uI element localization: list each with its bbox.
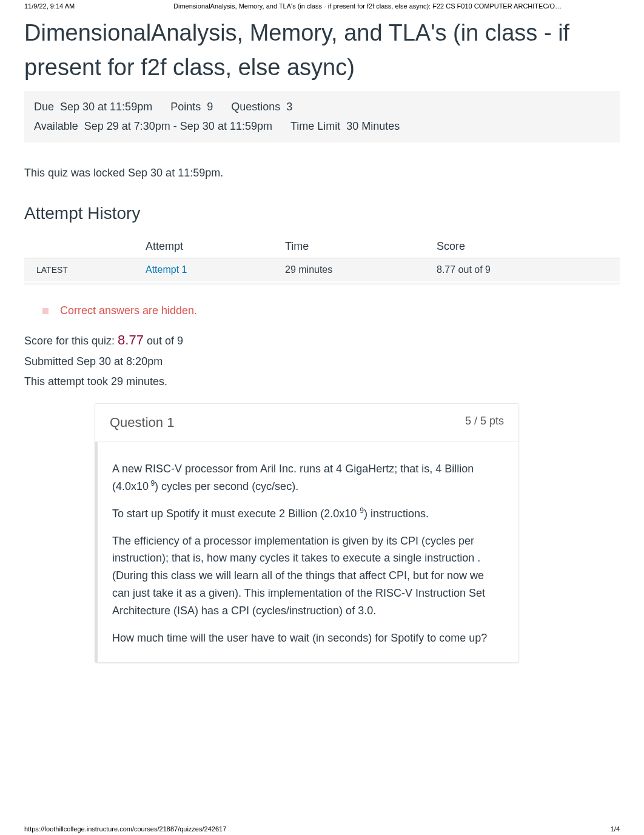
question-points: 5 / 5 pts bbox=[465, 415, 504, 431]
col-time: Time bbox=[273, 235, 424, 258]
score-suffix: out of 9 bbox=[147, 335, 183, 347]
col-score: Score bbox=[424, 235, 620, 258]
q1-p1: A new RISC-V processor from Aril Inc. ru… bbox=[112, 460, 504, 495]
row-tag: LATEST bbox=[24, 258, 133, 281]
q1-p4: How much time will the user have to wait… bbox=[112, 629, 504, 647]
print-footer: https://foothillcollege.instructure.com/… bbox=[24, 825, 620, 833]
print-doc-title: DimensionalAnalysis, Memory, and TLA's (… bbox=[115, 2, 620, 10]
col-attempt: Attempt bbox=[133, 235, 273, 258]
question-header: Question 1 5 / 5 pts bbox=[95, 404, 518, 442]
q1-p1b: ) cycles per second (cyc/sec). bbox=[155, 480, 298, 492]
footer-page: 1/4 bbox=[611, 825, 620, 833]
available-label: Available bbox=[34, 116, 78, 136]
row-time: 29 minutes bbox=[273, 258, 424, 281]
quiz-score-meta: Score for this quiz: 8.77 out of 9 Submi… bbox=[24, 328, 620, 391]
question-card: Question 1 5 / 5 pts A new RISC-V proces… bbox=[95, 403, 519, 663]
print-header: 11/9/22, 9:14 AM DimensionalAnalysis, Me… bbox=[0, 0, 644, 10]
timelimit-label: Time Limit bbox=[290, 116, 340, 136]
q1-p2a: To start up Spotify it must execute 2 Bi… bbox=[112, 508, 360, 520]
footer-url: https://foothillcollege.instructure.com/… bbox=[24, 825, 226, 833]
q1-p2sup: 9 bbox=[360, 506, 364, 515]
attempt-history-title: Attempt History bbox=[24, 204, 620, 223]
print-timestamp: 11/9/22, 9:14 AM bbox=[24, 2, 115, 10]
locked-message: This quiz was locked Sep 30 at 11:59pm. bbox=[24, 167, 620, 179]
question-title: Question 1 bbox=[110, 415, 174, 431]
score-prefix: Score for this quiz: bbox=[24, 335, 118, 347]
correct-hidden-text: Correct answers are hidden. bbox=[60, 304, 197, 317]
q1-p1sup: 9 bbox=[149, 479, 155, 488]
duration-line: This attempt took 29 minutes. bbox=[24, 372, 620, 391]
due-label: Due bbox=[34, 97, 54, 116]
separator bbox=[24, 283, 620, 286]
available-pair: Available Sep 29 at 7:30pm - Sep 30 at 1… bbox=[34, 116, 272, 136]
points-pair: Points 9 bbox=[170, 97, 213, 116]
col-blank bbox=[24, 235, 133, 258]
timelimit-pair: Time Limit 30 Minutes bbox=[290, 116, 400, 136]
questions-value: 3 bbox=[286, 97, 292, 116]
attempt-link[interactable]: Attempt 1 bbox=[146, 264, 187, 275]
score-value: 8.77 bbox=[118, 332, 144, 347]
points-value: 9 bbox=[207, 97, 213, 116]
questions-pair: Questions 3 bbox=[231, 97, 292, 116]
question-body: A new RISC-V processor from Aril Inc. ru… bbox=[95, 442, 518, 662]
timelimit-value: 30 Minutes bbox=[346, 116, 400, 136]
quiz-meta-band: Due Sep 30 at 11:59pm Points 9 Questions… bbox=[24, 91, 620, 143]
row-score: 8.77 out of 9 bbox=[424, 258, 620, 281]
due-value: Sep 30 at 11:59pm bbox=[60, 97, 152, 116]
attempt-history-table: Attempt Time Score LATEST Attempt 1 29 m… bbox=[24, 235, 620, 281]
q1-p2b: ) instructions. bbox=[364, 508, 429, 520]
page-title: DimensionalAnalysis, Memory, and TLA's (… bbox=[24, 16, 620, 85]
table-row: LATEST Attempt 1 29 minutes 8.77 out of … bbox=[24, 258, 620, 281]
correct-answers-hidden: Correct answers are hidden. bbox=[42, 304, 620, 317]
available-value: Sep 29 at 7:30pm - Sep 30 at 11:59pm bbox=[84, 116, 272, 136]
q1-p3: The efficiency of a processor implementa… bbox=[112, 532, 504, 620]
q1-p2: To start up Spotify it must execute 2 Bi… bbox=[112, 505, 504, 523]
due-pair: Due Sep 30 at 11:59pm bbox=[34, 97, 152, 116]
questions-label: Questions bbox=[231, 97, 280, 116]
points-label: Points bbox=[170, 97, 201, 116]
submitted-line: Submitted Sep 30 at 8:20pm bbox=[24, 352, 620, 371]
